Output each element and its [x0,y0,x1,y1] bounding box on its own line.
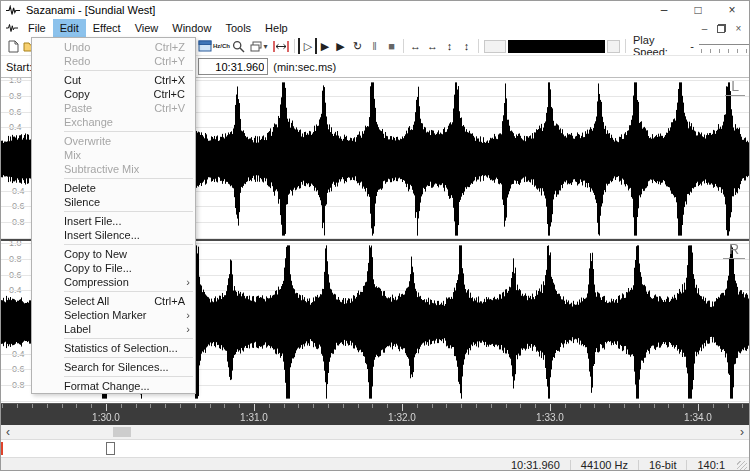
app-window: Sazanami - [Sundial West] – □ × File Edi… [0,0,750,471]
horizontal-scrollbar[interactable]: ‹ › [1,425,749,439]
menu-separator [64,178,193,179]
timeline-label: 1:33.0 [536,412,564,423]
status-bar: 10:31.960 44100 Hz 16-bit 140:1 [1,457,749,471]
menu-effect[interactable]: Effect [86,19,128,37]
menu-item-insert-file[interactable]: Insert File... [32,214,195,228]
menu-item-copy-to-file[interactable]: Copy to File... [32,261,195,275]
v-arrows-icon: ↕ [464,40,470,52]
menu-separator [64,244,193,245]
scroll-right-icon[interactable]: › [735,425,749,439]
chevron-down-icon: ▾ [263,42,267,51]
start-label: Start: [6,61,32,73]
mdi-minimize-icon[interactable]: – [696,21,713,35]
mdi-restore-icon[interactable] [713,21,730,35]
speed-minus-button[interactable]: - [688,40,697,52]
zoom-in-horizontal-button[interactable]: ↔ [424,38,441,54]
play-button[interactable]: ▶ [332,38,349,54]
play-speed-slider[interactable] [699,39,750,53]
stop-icon: ■ [388,40,395,52]
menu-item-silence[interactable]: Silence [32,195,195,209]
status-position: 10:31.960 [501,459,570,471]
v-arrows-icon: ↕ [447,40,453,52]
fit-selection-button[interactable] [271,38,291,54]
submenu-arrow-icon: › [186,276,190,288]
menu-item-insert-silence[interactable]: Insert Silence... [32,228,195,242]
zoom-out-vertical-button[interactable]: ↕ [458,38,475,54]
timeline-label: 1:31.0 [240,412,268,423]
menu-tools[interactable]: Tools [218,19,258,37]
menu-separator [64,131,193,132]
menu-separator [64,70,193,71]
overview-position-marker [1,442,3,455]
menu-item-select-all[interactable]: Select AllCtrl+A [32,294,195,308]
stop-button[interactable]: ■ [383,38,400,54]
menu-item-delete[interactable]: Delete [32,181,195,195]
close-icon[interactable]: × [715,1,749,19]
zoom-in-vertical-button[interactable]: ↕ [441,38,458,54]
sample-format-button[interactable]: Hz/Ch [213,38,230,54]
menu-file[interactable]: File [21,19,53,37]
zoom-tool-button[interactable] [230,38,247,54]
submenu-arrow-icon: › [186,309,190,321]
menu-separator [64,291,193,292]
timeline-label: 1:32.0 [388,412,416,423]
menu-help[interactable]: Help [258,19,295,37]
zoom-out-horizontal-button[interactable]: ↔ [407,38,424,54]
play-outline-icon: ▷ [304,40,312,53]
scroll-left-icon[interactable]: ‹ [1,425,15,439]
maximize-icon[interactable]: □ [681,1,715,19]
app-waveform-icon [6,5,20,16]
menu-item-selection-marker[interactable]: Selection Marker› [32,308,195,322]
menu-item-compression[interactable]: Compression› [32,275,195,289]
menu-separator [64,376,193,377]
position-input[interactable] [198,58,268,75]
menu-item-search-for-silences[interactable]: Search for Silences... [32,360,195,374]
menu-item-redo: RedoCtrl+Y [32,54,195,68]
channel-label-right: R [723,241,745,259]
meter-display [508,40,605,53]
menu-view[interactable]: View [128,19,166,37]
toolbar-separator [403,39,404,53]
timeline-ruler[interactable]: 1:30.0 1:31.0 1:32.0 1:33.0 1:34.0 [1,403,749,425]
edit-menu-dropdown: UndoCtrl+Z RedoCtrl+Y CutCtrl+X CopyCtrl… [31,37,196,394]
file-overview-strip[interactable] [1,439,749,457]
play-from-cursor-button[interactable]: ▶ [315,38,332,54]
loop-icon: ↻ [353,40,362,53]
toolbar-separator [294,39,295,53]
menu-item-overwrite: Overwrite [32,134,195,148]
window-title: Sazanami - [Sundial West] [26,4,155,16]
window-layout-button[interactable]: ▾ [247,38,271,54]
meter-left-cell [484,40,506,53]
menu-item-format-change[interactable]: Format Change... [32,379,195,393]
menu-edit[interactable]: Edit [53,19,86,37]
status-bit-depth: 16-bit [639,459,687,471]
menu-item-paste: PasteCtrl+V [32,101,195,115]
menu-item-mix: Mix [32,148,195,162]
new-file-button[interactable] [5,38,22,54]
meter-right-cell [607,40,620,53]
pause-button[interactable]: ‖ [366,38,383,54]
pause-icon: ‖ [372,40,377,52]
title-bar: Sazanami - [Sundial West] – □ × [1,1,749,19]
minimize-icon[interactable]: – [647,1,681,19]
resize-grip[interactable] [737,461,747,471]
menu-item-copy-to-new[interactable]: Copy to New [32,247,195,261]
channel-label-left: L [725,78,745,96]
menu-window[interactable]: Window [165,19,218,37]
menu-item-statistics-of-selection[interactable]: Statistics of Selection... [32,341,195,355]
timeline-label: 1:34.0 [684,412,712,423]
hz-ch-icon: Hz/Ch [213,43,230,49]
display-window-button[interactable] [196,38,213,54]
time-unit-label: (min:sec.ms) [273,61,336,73]
status-sample-rate: 44100 Hz [571,459,638,471]
play-from-start-button[interactable]: ▷ [298,38,315,54]
loop-play-button[interactable]: ↻ [349,38,366,54]
scrollbar-thumb[interactable] [113,427,131,437]
overview-viewport-box[interactable] [106,442,115,455]
menu-item-cut[interactable]: CutCtrl+X [32,73,195,87]
menu-item-copy[interactable]: CopyCtrl+C [32,87,195,101]
submenu-arrow-icon: › [186,323,190,335]
menu-item-label[interactable]: Label› [32,322,195,336]
mdi-close-icon[interactable]: × [730,21,747,35]
mdi-child-controls: – × [696,21,747,35]
